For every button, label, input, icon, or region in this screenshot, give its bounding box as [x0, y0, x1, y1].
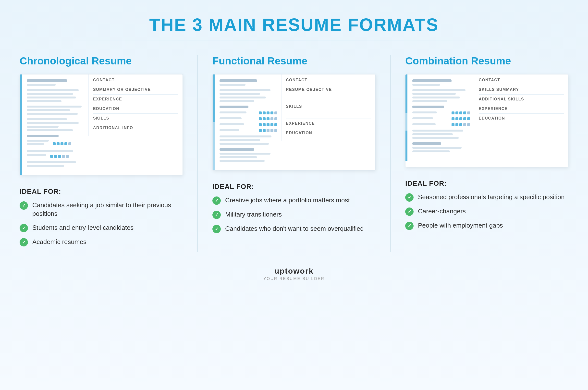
- label-combo-experience: EXPERIENCE: [479, 104, 564, 113]
- label-chron-contact: CONTACT: [93, 78, 178, 85]
- col-title-combination: Combination Resume: [405, 55, 568, 67]
- ideal-item-chron-1: Students and entry-level candidates: [20, 223, 183, 232]
- ideal-item-chron-2: Academic resumes: [20, 238, 183, 246]
- ideal-item-combo-1: Career-changers: [405, 207, 568, 216]
- ideal-item-combo-0: Seasoned professionals targeting a speci…: [405, 193, 568, 202]
- ideal-text-chron-0: Candidates seeking a job similar to thei…: [32, 201, 183, 218]
- page-title: THE 3 MAIN RESUME FORMATS: [20, 15, 568, 35]
- ideal-text-func-2: Candidates who don't want to seem overqu…: [225, 224, 364, 233]
- label-chron-education: EDUCATION: [93, 104, 178, 113]
- resume-mockup-combination: CONTACT SKILLS SUMMARY ADDITIONAL SKILLS…: [405, 74, 568, 167]
- resume-right-combo: CONTACT SKILLS SUMMARY ADDITIONAL SKILLS…: [474, 74, 568, 126]
- label-combo-contact: CONTACT: [479, 78, 564, 85]
- label-func-objective: RESUME OBJECTIVE: [286, 85, 371, 94]
- check-icon-combo-2: [405, 222, 414, 230]
- resume-mockup-chronological: CONTACT SUMMARY OR OBJECTIVE EXPERIENCE …: [20, 74, 183, 175]
- label-func-experience: EXPERIENCE: [286, 119, 371, 128]
- ideal-title-chron: IDEAL FOR:: [20, 188, 183, 195]
- column-combination: Combination Resume: [405, 55, 568, 252]
- ideal-text-combo-2: People with employment gaps: [418, 221, 503, 230]
- resume-right-func: CONTACT RESUME OBJECTIVE SKILLS EXPERIEN…: [281, 74, 375, 141]
- divider-2: [390, 55, 391, 252]
- ideal-title-func: IDEAL FOR:: [212, 183, 376, 191]
- ideal-item-func-0: Creative jobs where a portfolio matters …: [212, 196, 376, 205]
- column-functional: Functional Resume: [212, 55, 376, 252]
- footer-logo-text: uptowork: [274, 267, 314, 275]
- check-icon-chron-2: [20, 238, 28, 246]
- label-func-skills: SKILLS: [286, 102, 371, 111]
- ideal-text-combo-1: Career-changers: [418, 207, 466, 216]
- check-icon-chron-0: [20, 201, 28, 210]
- resume-left-combo: [405, 74, 474, 161]
- ideal-text-combo-0: Seasoned professionals targeting a speci…: [418, 193, 564, 201]
- label-combo-skills-summary: SKILLS SUMMARY: [479, 85, 564, 94]
- resume-right-chron: CONTACT SUMMARY OR OBJECTIVE EXPERIENCE …: [89, 74, 183, 136]
- ideal-text-func-0: Creative jobs where a portfolio matters …: [225, 196, 350, 204]
- ideal-item-func-2: Candidates who don't want to seem overqu…: [212, 224, 376, 233]
- accent-combo-top: [405, 74, 407, 113]
- ideal-item-func-1: Military transitioners: [212, 210, 376, 219]
- label-func-education: EDUCATION: [286, 128, 371, 138]
- label-chron-experience: EXPERIENCE: [93, 94, 178, 104]
- title-divider: [20, 40, 568, 41]
- col-title-chronological: Chronological Resume: [20, 55, 183, 67]
- check-icon-func-1: [212, 211, 221, 219]
- label-combo-education: EDUCATION: [479, 113, 564, 123]
- accent-combo-bot: [405, 131, 407, 161]
- check-icon-func-2: [212, 225, 221, 233]
- columns-container: Chronological Resume: [20, 55, 568, 252]
- col-title-functional: Functional Resume: [212, 55, 376, 67]
- ideal-text-chron-1: Students and entry-level candidates: [32, 223, 134, 232]
- check-icon-combo-0: [405, 193, 414, 202]
- column-chronological: Chronological Resume: [20, 55, 183, 252]
- ideal-chron: IDEAL FOR: Candidates seeking a job simi…: [20, 188, 183, 246]
- check-icon-func-0: [212, 196, 221, 205]
- ideal-title-combo: IDEAL FOR:: [405, 180, 568, 187]
- label-chron-skills: SKILLS: [93, 113, 178, 123]
- label-chron-summary: SUMMARY OR OBJECTIVE: [93, 85, 178, 94]
- ideal-text-chron-2: Academic resumes: [32, 238, 87, 246]
- ideal-item-combo-2: People with employment gaps: [405, 221, 568, 230]
- ideal-combo: IDEAL FOR: Seasoned professionals target…: [405, 180, 568, 230]
- footer: uptowork YOUR RESUME BUILDER: [20, 264, 568, 281]
- divider-1: [197, 55, 198, 252]
- resume-mockup-functional: CONTACT RESUME OBJECTIVE SKILLS EXPERIEN…: [212, 74, 376, 171]
- ideal-func: IDEAL FOR: Creative jobs where a portfol…: [212, 183, 376, 233]
- page-wrapper: THE 3 MAIN RESUME FORMATS Chronological …: [0, 0, 588, 390]
- accent-combo-mid: [405, 113, 407, 130]
- footer-tagline: YOUR RESUME BUILDER: [20, 277, 568, 281]
- ideal-item-chron-0: Candidates seeking a job similar to thei…: [20, 201, 183, 218]
- resume-left-func: [213, 74, 281, 170]
- check-icon-chron-1: [20, 224, 28, 232]
- label-combo-additional-skills: ADDITIONAL SKILLS: [479, 94, 564, 104]
- label-chron-additional: ADDITIONAL INFO: [93, 123, 178, 133]
- label-func-contact: CONTACT: [286, 78, 371, 85]
- footer-logo: uptowork: [20, 267, 568, 276]
- check-icon-combo-1: [405, 207, 414, 216]
- resume-left-chron: [20, 74, 89, 175]
- ideal-text-func-1: Military transitioners: [225, 210, 282, 219]
- accent-bar-chron: [20, 74, 22, 175]
